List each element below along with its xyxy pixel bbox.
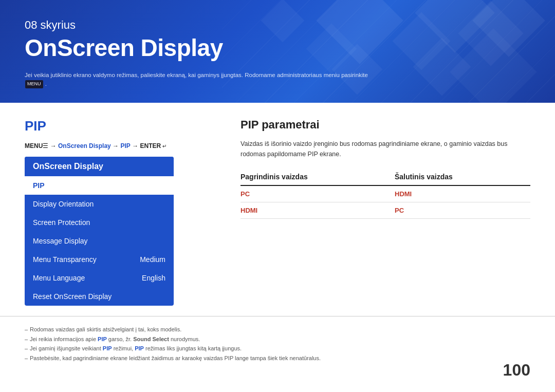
table-header-row: Pagrindinis vaizdas Šalutinis vaizdas [240,170,530,185]
page-number: 100 [503,361,530,380]
menu-item-screen-protection[interactable]: Screen Protection [25,213,174,232]
menu-item-reset-onscreen-label: Reset OnScreen Display [33,292,112,301]
menu-path-pip: PIP [120,142,130,150]
menu-item-menu-language-value: English [142,274,165,282]
menu-item-screen-protection-label: Screen Protection [33,218,90,227]
table-cell-pc2: PC [374,202,530,219]
note2-pip: PIP [98,336,107,342]
footer-note-4: Pastebėsite, kad pagrindiniame ekrane le… [25,353,530,363]
pip-section-title: PIP parametrai [240,118,530,132]
menu-box-header: OnScreen Display [25,157,174,176]
menu-icon: MENU [25,80,43,88]
note3-pip1: PIP [103,345,112,351]
right-column: PIP parametrai Vaizdas iš išorinio vaizd… [210,118,530,306]
header-banner: 08 skyrius OnScreen Display Jei veikia j… [0,0,555,103]
menu-item-message-display-label: Message Display [33,237,88,245]
left-column: PIP MENU☰ → OnScreen Display → PIP → ENT… [25,118,210,306]
menu-path: MENU☰ → OnScreen Display → PIP → ENTER ↵ [25,142,210,150]
section-title: PIP [25,118,210,134]
menu-item-menu-language[interactable]: Menu Language English [25,269,174,287]
table-cell-hdmi: HDMI [374,185,530,202]
menu-path-icon: ☰ [43,142,48,150]
table-cell-hdmi2: HDMI [240,202,374,219]
pip-table: Pagrindinis vaizdas Šalutinis vaizdas PC… [240,170,530,219]
menu-path-menu: MENU [25,142,43,150]
footer-note-1: Rodomas vaizdas gali skirtis atsižvelgia… [25,325,530,334]
menu-item-pip[interactable]: PIP [25,176,174,195]
menu-item-reset-onscreen[interactable]: Reset OnScreen Display [25,287,174,306]
menu-box: OnScreen Display PIP Display Orientation… [25,157,174,306]
menu-item-pip-label: PIP [33,181,45,190]
table-cell-pc: PC [240,185,374,202]
footer-note-2: Jei reikia informacijos apie PIP garso, … [25,334,530,344]
main-content: PIP MENU☰ → OnScreen Display → PIP → ENT… [0,103,555,316]
note3-pip2: PIP [135,345,144,351]
menu-item-menu-transparency-value: Medium [140,255,165,264]
menu-path-enter: ENTER [140,142,161,150]
table-row: PC HDMI [240,185,530,202]
col2-header: Šalutinis vaizdas [374,170,530,185]
enter-icon: ↵ [162,143,166,149]
menu-item-menu-transparency[interactable]: Menu Transparency Medium [25,250,174,269]
footer-note-3: Jei gaminį išjungsite veikiant PIP režim… [25,344,530,353]
menu-item-display-orientation-label: Display Orientation [33,200,94,208]
menu-item-display-orientation[interactable]: Display Orientation [25,195,174,213]
pip-description: Vaizdas iš išorinio vaizdo įrenginio bus… [240,139,530,159]
menu-item-menu-transparency-label: Menu Transparency [33,255,97,264]
col1-header: Pagrindinis vaizdas [240,170,374,185]
note2-soundselect: Sound Select [133,336,169,342]
menu-item-message-display[interactable]: Message Display [25,232,174,250]
menu-path-onscreen: OnScreen Display [58,142,111,150]
footer-notes: Rodomas vaizdas gali skirtis atsižvelgia… [0,316,555,374]
menu-item-menu-language-label: Menu Language [33,274,85,282]
table-row: HDMI PC [240,202,530,219]
